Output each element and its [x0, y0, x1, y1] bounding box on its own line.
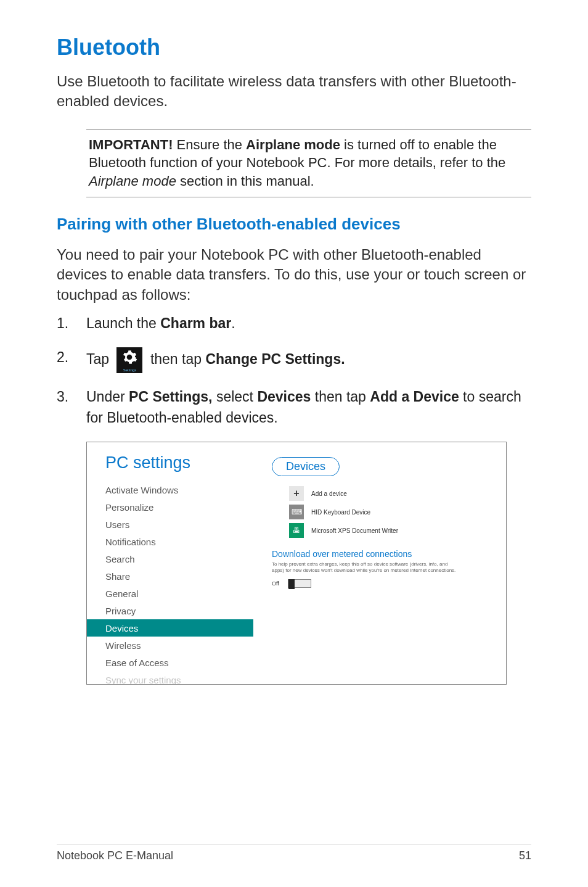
- keyboard-icon: ⌨: [289, 505, 304, 519]
- metered-toggle-row: Off: [272, 579, 494, 588]
- step2-text-b: then tap: [150, 351, 206, 367]
- page-footer: Notebook PC E-Manual 51: [57, 844, 531, 862]
- device-row-printer[interactable]: 🖶 Microsoft XPS Document Writer: [289, 523, 494, 538]
- step3-text-e: then tap: [311, 389, 370, 405]
- add-device-label: Add a device: [311, 490, 347, 497]
- sidebar-item-search[interactable]: Search: [87, 550, 253, 567]
- metered-note: To help prevent extra charges, keep this…: [272, 561, 457, 574]
- pc-settings-content: Devices + Add a device ⌨ HID Keyboard De…: [272, 442, 506, 588]
- toggle-knob: [288, 579, 295, 589]
- settings-icon-label: Settings: [116, 368, 142, 373]
- sidebar-item-privacy[interactable]: Privacy: [87, 602, 253, 619]
- step2-text-a: Tap: [86, 351, 113, 367]
- sidebar-item-share[interactable]: Share: [87, 567, 253, 585]
- step-2: Tap Settings then tap Change PC Settings…: [57, 347, 531, 373]
- subsection-intro: You need to pair your Notebook PC with o…: [57, 245, 531, 305]
- note-part3: section in this manual.: [176, 173, 314, 189]
- device-keyboard-label: HID Keyboard Device: [311, 509, 370, 516]
- note-rule-bottom: [86, 197, 531, 197]
- important-note: IMPORTANT! Ensure the Airplane mode is t…: [86, 129, 531, 197]
- settings-charm-icon: Settings: [116, 347, 142, 373]
- step1-text-c: .: [231, 315, 235, 331]
- intro-paragraph: Use Bluetooth to facilitate wireless dat…: [57, 72, 531, 112]
- sidebar-item-sync-settings[interactable]: Sync your settings: [87, 671, 253, 685]
- device-row-keyboard[interactable]: ⌨ HID Keyboard Device: [289, 505, 494, 519]
- printer-icon: 🖶: [289, 523, 304, 538]
- sidebar-item-users[interactable]: Users: [87, 516, 253, 533]
- toggle-state-label: Off: [272, 580, 279, 587]
- important-label: IMPORTANT!: [89, 137, 173, 152]
- sidebar-item-activate-windows[interactable]: Activate Windows: [87, 481, 253, 498]
- note-text: IMPORTANT! Ensure the Airplane mode is t…: [86, 130, 531, 197]
- step3-devices: Devices: [257, 389, 311, 405]
- device-printer-label: Microsoft XPS Document Writer: [311, 527, 398, 534]
- sidebar-item-notifications[interactable]: Notifications: [87, 533, 253, 550]
- step3-add-device: Add a Device: [370, 389, 459, 405]
- pc-settings-screenshot: PC settings Activate Windows Personalize…: [86, 442, 507, 685]
- step2-change-pc-settings: Change PC Settings.: [205, 351, 345, 367]
- pc-settings-title: PC settings: [87, 442, 253, 481]
- sidebar-item-wireless[interactable]: Wireless: [87, 637, 253, 654]
- page-number: 51: [519, 849, 531, 862]
- section-heading: Bluetooth: [57, 35, 531, 60]
- step3-pc-settings: PC Settings,: [129, 389, 212, 405]
- step-1: Launch the Charm bar.: [57, 313, 531, 334]
- gear-icon: [121, 349, 137, 365]
- step3-text-a: Under: [86, 389, 129, 405]
- steps-list: Launch the Charm bar. Tap Settings then …: [57, 313, 531, 428]
- add-device-row[interactable]: + Add a device: [289, 486, 494, 501]
- sidebar-item-ease-of-access[interactable]: Ease of Access: [87, 654, 253, 671]
- plus-icon: +: [289, 486, 304, 501]
- note-part1: Ensure the: [173, 137, 246, 152]
- metered-toggle[interactable]: [288, 579, 311, 588]
- devices-panel-header: Devices: [272, 457, 340, 476]
- note-airplane-italic: Airplane mode: [89, 173, 176, 189]
- note-airplane-bold: Airplane mode: [246, 137, 340, 152]
- subsection-heading: Pairing with other Bluetooth-enabled dev…: [57, 215, 531, 234]
- pc-settings-sidebar: PC settings Activate Windows Personalize…: [87, 442, 253, 684]
- sidebar-item-personalize[interactable]: Personalize: [87, 498, 253, 516]
- step-3: Under PC Settings, select Devices then t…: [57, 387, 531, 428]
- step1-charm-bar: Charm bar: [160, 315, 231, 331]
- step3-text-c: select: [213, 389, 258, 405]
- footer-title: Notebook PC E-Manual: [57, 849, 173, 862]
- sidebar-item-general[interactable]: General: [87, 585, 253, 602]
- step1-text-a: Launch the: [86, 315, 160, 331]
- metered-subhead: Download over metered connections: [272, 549, 494, 559]
- sidebar-item-devices[interactable]: Devices: [87, 619, 253, 637]
